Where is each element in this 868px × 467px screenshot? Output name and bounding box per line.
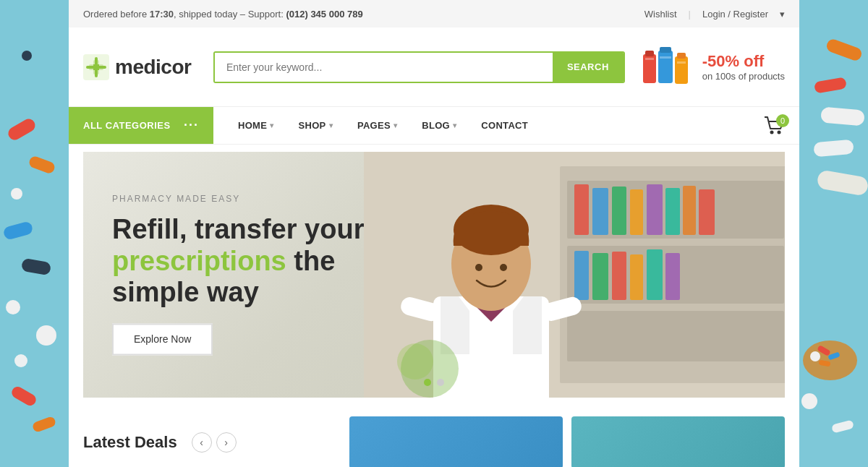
search-bar: SEARCH	[213, 51, 625, 83]
site-header: medicor SEARCH	[69, 27, 799, 107]
nav-links: HOME ▾ SHOP ▾ PAGES ▾ BLOG ▾ CONTACT	[213, 107, 749, 144]
deal-cards	[349, 416, 785, 467]
shipping-info: Ordered before 17:30, shipped today – Su…	[83, 9, 363, 20]
hero-image	[364, 152, 785, 398]
nav-item-contact[interactable]: CONTACT	[471, 107, 538, 144]
divider: |	[689, 9, 691, 20]
menu-dots: ···	[184, 118, 199, 133]
shop-arrow-icon: ▾	[329, 121, 333, 129]
svg-rect-27	[574, 251, 589, 300]
hero-title: Refill, transfer your prescriptions the …	[112, 214, 364, 309]
search-button[interactable]: SEARCH	[553, 53, 624, 82]
svg-rect-29	[612, 252, 626, 300]
shipping-suffix: , shipped today – Support:	[174, 9, 286, 20]
svg-point-37	[475, 264, 482, 271]
nav-item-pages[interactable]: PAGES ▾	[347, 107, 407, 144]
svg-rect-9	[675, 56, 688, 84]
svg-rect-24	[665, 188, 680, 235]
product-bottles-icon	[639, 43, 694, 90]
svg-rect-8	[660, 56, 671, 59]
explore-now-button[interactable]: Explore Now	[112, 324, 213, 356]
svg-rect-20	[592, 188, 608, 235]
deal-card-1[interactable]	[349, 416, 563, 467]
svg-rect-30	[630, 254, 643, 300]
phone-number: (012) 345 000 789	[286, 9, 362, 20]
all-categories-label: ALL CATEGORIES	[83, 120, 171, 131]
hero-title-line1: Refill, transfer your	[112, 214, 364, 244]
promo-text: -50% off on 100s of products	[702, 52, 785, 82]
svg-rect-21	[612, 187, 626, 235]
svg-rect-18	[567, 311, 784, 361]
svg-rect-32	[665, 253, 680, 300]
top-bar-actions: Wishlist | Login / Register ▾	[644, 9, 785, 20]
svg-point-38	[500, 264, 507, 271]
svg-rect-26	[699, 189, 715, 235]
deals-next-button[interactable]: ›	[216, 432, 237, 453]
wishlist-link[interactable]: Wishlist	[644, 9, 677, 20]
deals-navigation: ‹ ›	[192, 432, 237, 453]
top-bar: Ordered before 17:30, shipped today – Su…	[69, 0, 799, 27]
shipping-text: Ordered before	[83, 9, 150, 20]
cart-count-badge: 0	[776, 114, 789, 127]
svg-rect-22	[630, 189, 643, 235]
pharmacist-illustration	[364, 152, 785, 398]
dropdown-arrow: ▾	[780, 9, 785, 20]
promo-bottles	[639, 43, 694, 90]
slider-dots	[424, 379, 444, 386]
hero-content: PHARMACY MADE EASY Refill, transfer your…	[112, 194, 364, 355]
svg-rect-25	[683, 186, 696, 235]
svg-point-42	[397, 343, 433, 380]
slider-dot-2[interactable]	[437, 379, 444, 386]
all-categories-menu[interactable]: ALL CATEGORIES ···	[69, 107, 213, 144]
svg-rect-23	[647, 184, 663, 235]
svg-rect-11	[677, 61, 686, 64]
cart-button[interactable]: 0	[749, 107, 799, 144]
pages-arrow-icon: ▾	[393, 121, 397, 129]
hero-title-line3: simple way	[112, 278, 259, 308]
shipping-time: 17:30	[150, 9, 174, 20]
blog-arrow-icon: ▾	[453, 121, 456, 129]
svg-rect-4	[645, 51, 654, 56]
login-link[interactable]: Login / Register	[702, 9, 768, 20]
promo-subtitle: on 100s of products	[702, 71, 785, 82]
svg-rect-31	[647, 249, 663, 300]
svg-rect-6	[658, 51, 673, 83]
promo-banner: -50% off on 100s of products	[639, 43, 785, 90]
svg-rect-28	[592, 253, 608, 300]
latest-deals-section: Latest Deals ‹ ›	[69, 405, 799, 467]
svg-rect-10	[677, 53, 686, 59]
svg-rect-5	[645, 58, 654, 60]
navigation-bar: ALL CATEGORIES ··· HOME ▾ SHOP ▾ PAGES ▾…	[69, 107, 799, 145]
slider-dot-1[interactable]	[424, 379, 431, 386]
logo-icon	[83, 54, 109, 80]
logo[interactable]: medicor	[83, 54, 199, 80]
logo-text: medicor	[115, 56, 191, 79]
hero-title-green: prescriptions	[112, 246, 286, 276]
deals-prev-button[interactable]: ‹	[192, 432, 212, 453]
promo-discount: -50% off	[702, 52, 785, 71]
nav-item-shop[interactable]: SHOP ▾	[289, 107, 343, 144]
nav-item-home[interactable]: HOME ▾	[228, 107, 284, 144]
hero-subtitle: PHARMACY MADE EASY	[112, 194, 364, 204]
hero-banner: PHARMACY MADE EASY Refill, transfer your…	[83, 152, 785, 398]
svg-point-13	[778, 130, 781, 134]
deal-card-2[interactable]	[571, 416, 785, 467]
svg-rect-19	[574, 184, 589, 235]
nav-item-blog[interactable]: BLOG ▾	[412, 107, 467, 144]
home-arrow-icon: ▾	[270, 121, 273, 129]
hero-title-rest: the	[286, 246, 336, 276]
latest-deals-title: Latest Deals	[83, 433, 177, 452]
svg-rect-7	[660, 47, 671, 53]
search-input[interactable]	[215, 53, 553, 82]
svg-point-12	[770, 130, 774, 134]
